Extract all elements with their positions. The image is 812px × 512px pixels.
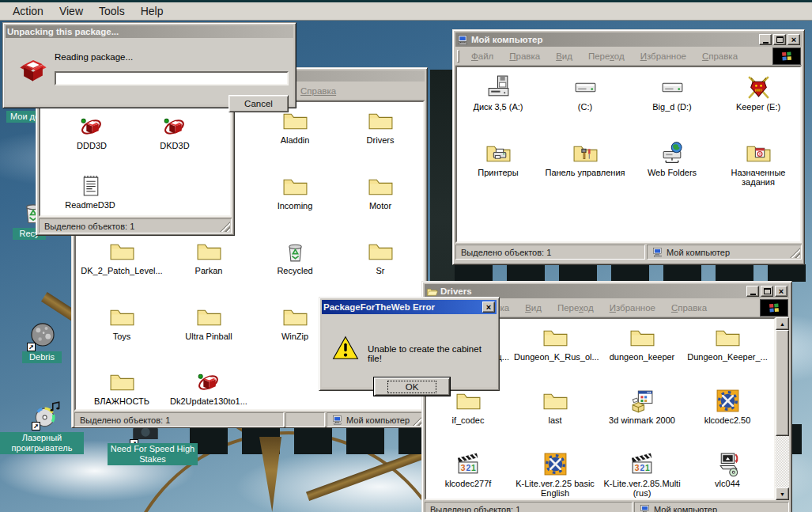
- drive-item[interactable]: Big_d (D:): [631, 74, 713, 112]
- unpacking-dialog[interactable]: Unpacking this package... Reading packag…: [2, 22, 296, 108]
- drive-item-icon[interactable]: [485, 74, 512, 101]
- file-item[interactable]: dungeon_keeper: [601, 324, 683, 362]
- maximize-button[interactable]: [773, 34, 786, 45]
- file-item[interactable]: Aladdin: [254, 108, 336, 145]
- file-item[interactable]: klcodec277f: [427, 451, 509, 488]
- file-item-label[interactable]: Toys: [81, 332, 163, 341]
- file-item-label[interactable]: Dk2Update130to1...: [168, 396, 250, 406]
- drive-item[interactable]: Диск 3,5 (A:): [457, 74, 539, 112]
- menu-item[interactable]: Переход: [550, 303, 602, 313]
- file-item-icon[interactable]: [542, 388, 568, 414]
- vertical-scrollbar[interactable]: ▲ ▼: [776, 317, 789, 500]
- file-item-label[interactable]: ReadmeD3D: [49, 200, 131, 210]
- desktop-icon-image[interactable]: ➚: [28, 321, 57, 350]
- menu-help[interactable]: Справка: [293, 86, 344, 96]
- resize-grip[interactable]: [220, 222, 230, 232]
- file-item-icon[interactable]: [77, 173, 104, 199]
- file-item-label[interactable]: dungeon_keeper: [601, 352, 683, 362]
- file-item-icon[interactable]: [715, 388, 741, 414]
- drive-item-icon[interactable]: [746, 140, 772, 166]
- file-item-icon[interactable]: [715, 324, 741, 351]
- drive-item-label[interactable]: (C:): [544, 102, 626, 112]
- drive-item-icon[interactable]: [659, 140, 685, 166]
- file-item-icon[interactable]: [109, 369, 135, 395]
- ok-button[interactable]: OK: [374, 377, 450, 396]
- menu-item[interactable]: Файл: [463, 51, 501, 61]
- file-item[interactable]: K-Lite.ver.2.85.Multi (rus): [601, 451, 683, 498]
- maximize-button[interactable]: [761, 286, 773, 297]
- drive-item[interactable]: Keeper (E:): [717, 74, 799, 112]
- console-menu-item[interactable]: Tools: [91, 5, 133, 17]
- minimize-button[interactable]: [746, 286, 759, 297]
- file-item[interactable]: Toys: [81, 304, 163, 341]
- file-item[interactable]: Recycled: [254, 238, 336, 275]
- error-dialog-titlebar[interactable]: PackageForTheWeb Error ×: [322, 300, 497, 314]
- file-item[interactable]: DK_2_Patch_Level...: [81, 238, 163, 275]
- file-item-label[interactable]: Dungeon_K_Rus_ol...: [514, 352, 596, 362]
- file-item-icon[interactable]: [282, 238, 308, 264]
- drive-item[interactable]: Панель управления: [544, 140, 626, 177]
- file-item-icon[interactable]: [282, 173, 308, 199]
- file-item-label[interactable]: 3d winmark 2000: [601, 415, 683, 425]
- file-item[interactable]: 3d winmark 2000: [601, 388, 683, 425]
- drive-item-label[interactable]: Big_d (D:): [631, 102, 713, 112]
- file-item[interactable]: Drivers: [339, 108, 421, 145]
- file-item-icon[interactable]: [629, 324, 655, 351]
- file-item-label[interactable]: DK_2_Patch_Level...: [81, 266, 163, 275]
- scrollbar-thumb[interactable]: [776, 330, 789, 436]
- file-item-icon[interactable]: [542, 324, 568, 351]
- file-item-label[interactable]: Dungeon_Keeper_...: [686, 352, 769, 362]
- drive-item[interactable]: (C:): [544, 74, 626, 112]
- console-menu-item[interactable]: Action: [5, 5, 51, 17]
- file-item[interactable]: K-Lite.ver.2.25 basic English: [514, 451, 596, 498]
- file-item-icon[interactable]: [196, 238, 222, 264]
- desktop-icon-label[interactable]: Need For Speed High Stakes: [108, 443, 198, 465]
- drive-item-label[interactable]: Web Folders: [631, 168, 713, 177]
- file-item-label[interactable]: Motor: [339, 201, 421, 210]
- my-computer-window[interactable]: Мой компьютер × ФайлПравкаВидПереходИзбр…: [452, 29, 805, 265]
- file-item-icon[interactable]: [455, 451, 482, 477]
- file-item-label[interactable]: if_codec: [427, 415, 509, 425]
- drive-item[interactable]: Web Folders: [631, 140, 713, 177]
- drive-item-label[interactable]: Панель управления: [544, 168, 626, 177]
- file-item-icon[interactable]: [282, 304, 308, 330]
- file-item-icon[interactable]: [629, 451, 655, 477]
- menu-item[interactable]: Вид: [548, 51, 580, 61]
- scrollbar-track[interactable]: [776, 436, 789, 487]
- menubar-grip[interactable]: [457, 50, 459, 63]
- drive-item-label[interactable]: Принтеры: [457, 168, 539, 177]
- file-item-icon[interactable]: [196, 369, 222, 395]
- file-item[interactable]: klcodec2.50: [686, 388, 769, 425]
- file-item-icon[interactable]: [368, 108, 394, 134]
- desktop-icon-label[interactable]: Лазерный проигрыватель: [0, 432, 84, 454]
- file-item[interactable]: Ultra Pinball: [168, 304, 250, 341]
- file-item-label[interactable]: klcodec277f: [427, 479, 509, 488]
- menu-item[interactable]: Правка: [501, 51, 548, 61]
- file-item-icon[interactable]: [79, 113, 105, 139]
- file-item-label[interactable]: klcodec2.50: [686, 415, 769, 425]
- drive-item-icon[interactable]: [485, 140, 512, 166]
- console-menu-item[interactable]: View: [51, 5, 91, 17]
- file-item[interactable]: Parkan: [168, 238, 250, 275]
- file-item-label[interactable]: Recycled: [254, 266, 336, 275]
- file-item-label[interactable]: Ultra Pinball: [168, 332, 250, 341]
- file-item[interactable]: Dungeon_Keeper_...: [686, 324, 769, 362]
- resize-grip[interactable]: [790, 248, 800, 258]
- console-menu-item[interactable]: Help: [133, 5, 172, 17]
- file-item-label[interactable]: Parkan: [168, 266, 250, 275]
- file-item[interactable]: Dk2Update130to1...: [168, 369, 250, 406]
- file-item-label[interactable]: K-Lite.ver.2.85.Multi (rus): [601, 479, 683, 498]
- error-dialog[interactable]: PackageForTheWeb Error × Unable to creat…: [319, 297, 500, 391]
- file-item[interactable]: Sr: [339, 238, 421, 275]
- file-item-icon[interactable]: [196, 304, 222, 330]
- scroll-up-arrow[interactable]: ▲: [776, 317, 789, 330]
- menu-item[interactable]: Избранное: [633, 51, 694, 61]
- file-item-icon[interactable]: [109, 304, 135, 330]
- drive-item-icon[interactable]: [746, 74, 772, 101]
- file-item-label[interactable]: Drivers: [339, 135, 421, 145]
- desktop-icon-label[interactable]: Debris: [22, 351, 62, 363]
- file-item-label[interactable]: Incoming: [254, 201, 336, 210]
- file-item-icon[interactable]: [715, 451, 741, 477]
- file-item[interactable]: Dungeon_K_Rus_ol...: [514, 324, 596, 362]
- drive-item-label[interactable]: Назначенные задания: [717, 168, 799, 187]
